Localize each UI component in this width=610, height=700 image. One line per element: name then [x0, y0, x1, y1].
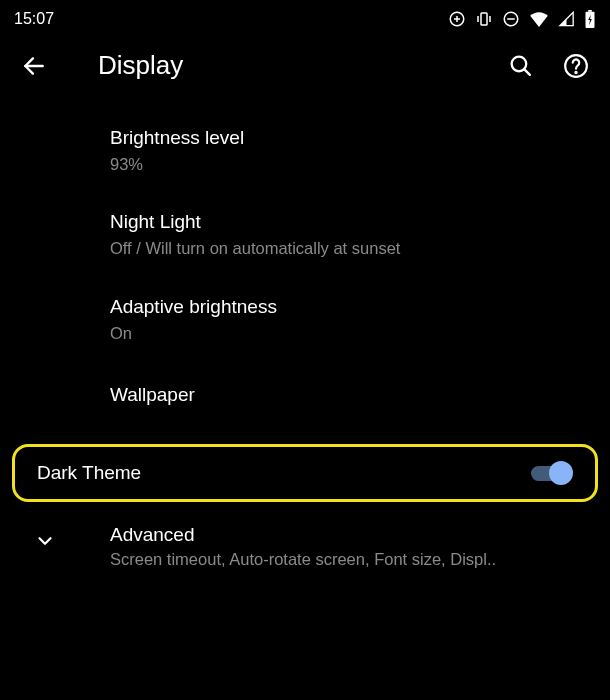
signal-icon: [558, 11, 575, 27]
setting-title: Dark Theme: [37, 462, 141, 484]
setting-wallpaper[interactable]: Wallpaper: [0, 362, 610, 432]
setting-title: Wallpaper: [110, 384, 590, 406]
setting-subtitle: Screen timeout, Auto-rotate screen, Font…: [110, 550, 590, 569]
svg-line-12: [524, 69, 530, 75]
expand-more-icon: [34, 530, 56, 556]
setting-dark-theme[interactable]: Dark Theme: [12, 444, 598, 502]
setting-advanced[interactable]: Advanced Screen timeout, Auto-rotate scr…: [0, 502, 610, 587]
page-title: Display: [98, 50, 478, 81]
search-button[interactable]: [506, 52, 534, 80]
setting-brightness[interactable]: Brightness level 93%: [0, 99, 610, 193]
svg-point-14: [575, 71, 576, 72]
back-button[interactable]: [20, 52, 48, 80]
setting-night-light[interactable]: Night Light Off / Will turn on automatic…: [0, 193, 610, 277]
setting-title: Adaptive brightness: [110, 296, 590, 318]
setting-title: Brightness level: [110, 127, 590, 149]
setting-title: Advanced: [110, 524, 590, 546]
setting-subtitle: Off / Will turn on automatically at suns…: [110, 237, 590, 259]
setting-title: Night Light: [110, 211, 590, 233]
toggle-thumb: [549, 461, 573, 485]
app-bar: Display: [0, 32, 610, 99]
svg-rect-3: [481, 13, 487, 25]
status-time: 15:07: [14, 10, 54, 28]
wifi-icon: [529, 11, 549, 27]
help-button[interactable]: [562, 52, 590, 80]
settings-list: Brightness level 93% Night Light Off / W…: [0, 99, 610, 587]
setting-subtitle: On: [110, 322, 590, 344]
battery-charging-icon: [584, 10, 596, 28]
dark-theme-toggle[interactable]: [531, 461, 573, 485]
add-alarm-icon: [448, 10, 466, 28]
status-icons: [448, 10, 596, 28]
vibrate-icon: [475, 10, 493, 28]
svg-rect-9: [588, 10, 592, 12]
status-bar: 15:07: [0, 0, 610, 32]
setting-adaptive-brightness[interactable]: Adaptive brightness On: [0, 278, 610, 362]
setting-value: 93%: [110, 153, 590, 175]
do-not-disturb-icon: [502, 10, 520, 28]
